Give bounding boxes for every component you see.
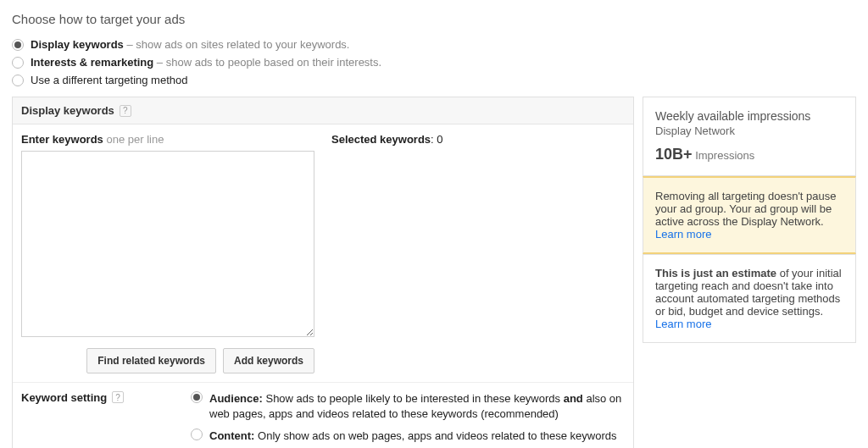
- radio-icon: [12, 75, 24, 86]
- keywords-textarea[interactable]: [21, 151, 314, 337]
- keyword-setting-label: Keyword setting: [21, 391, 107, 404]
- display-keywords-panel: Display keywords ? Enter keywords one pe…: [12, 97, 634, 448]
- impressions-value: 10B+: [655, 146, 693, 163]
- sidebar: Weekly available impressions Display Net…: [643, 97, 856, 343]
- page-heading: Choose how to target your ads: [12, 12, 856, 26]
- help-icon[interactable]: ?: [112, 391, 124, 403]
- impressions-subtitle: Display Network: [655, 124, 843, 137]
- selected-keywords-label: Selected keywords: 0: [331, 133, 625, 146]
- panel-header: Display keywords ?: [13, 97, 633, 124]
- estimate-box: This is just an estimate of your initial…: [643, 254, 856, 343]
- radio-label: Use a different targeting method: [31, 74, 188, 86]
- impressions-box: Weekly available impressions Display Net…: [643, 97, 856, 176]
- setting-opt-content[interactable]: Content: Only show ads on web pages, app…: [191, 429, 625, 444]
- impressions-title: Weekly available impressions: [655, 109, 843, 123]
- warning-box: Removing all targeting doesn't pause you…: [643, 176, 856, 254]
- find-related-keywords-button[interactable]: Find related keywords: [86, 348, 216, 373]
- add-keywords-button[interactable]: Add keywords: [223, 348, 314, 373]
- radio-icon: [12, 39, 24, 51]
- radio-desc: – show ads to people based on their inte…: [157, 56, 381, 69]
- help-icon[interactable]: ?: [120, 105, 131, 117]
- setting-opt-text: Content: Only show ads on web pages, app…: [209, 429, 625, 444]
- warning-text: Removing all targeting doesn't pause you…: [655, 190, 837, 228]
- enter-keywords-label: Enter keywords one per line: [21, 133, 314, 146]
- targeting-radio-list: Display keywords – show ads on sites rel…: [12, 38, 856, 86]
- keyword-setting-row: Keyword setting ? Audience: Show ads to …: [13, 382, 633, 448]
- estimate-bold: This is just an estimate: [655, 267, 776, 279]
- radio-desc: – show ads on sites related to your keyw…: [126, 38, 349, 51]
- learn-more-link[interactable]: Learn more: [655, 318, 711, 330]
- radio-interests-remarketing[interactable]: Interests & remarketing – show ads to pe…: [12, 56, 856, 69]
- radio-different-method[interactable]: Use a different targeting method: [12, 74, 856, 86]
- radio-label: Interests & remarketing: [31, 56, 153, 69]
- learn-more-link[interactable]: Learn more: [655, 228, 711, 241]
- panel-title: Display keywords: [21, 104, 114, 117]
- radio-display-keywords[interactable]: Display keywords – show ads on sites rel…: [12, 38, 856, 51]
- radio-icon: [191, 429, 203, 440]
- radio-icon: [191, 391, 203, 403]
- impressions-unit: Impressions: [695, 149, 754, 162]
- setting-opt-audience[interactable]: Audience: Show ads to people likely to b…: [191, 391, 625, 422]
- radio-label: Display keywords: [31, 38, 124, 51]
- setting-opt-text: Audience: Show ads to people likely to b…: [209, 391, 625, 422]
- radio-icon: [12, 57, 24, 69]
